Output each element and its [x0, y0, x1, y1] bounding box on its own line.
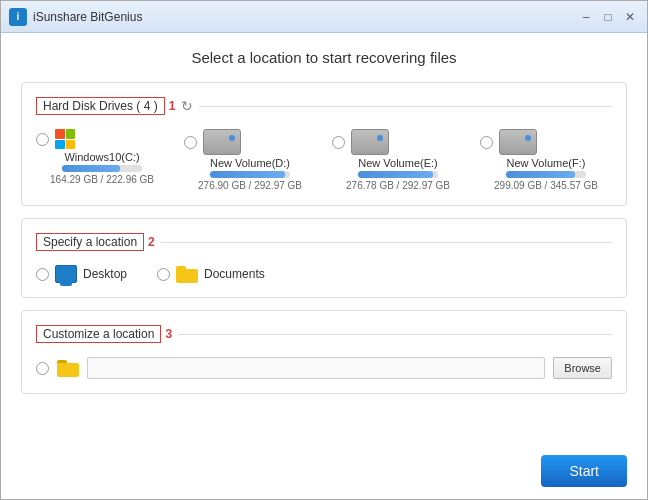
hard-disk-header: Hard Disk Drives ( 4 ) 1 ↻: [36, 97, 612, 115]
customize-location-section: Customize a location 3 Browse: [21, 310, 627, 394]
location-options: Desktop Documents: [36, 261, 612, 287]
hard-disk-number: 1: [169, 99, 176, 113]
desktop-option[interactable]: Desktop: [36, 265, 127, 283]
specify-location-section: Specify a location 2 Desktop Documents: [21, 218, 627, 298]
desktop-icon: [55, 265, 77, 283]
main-content: Select a location to start recovering fi…: [1, 33, 647, 447]
win-quad-yellow: [66, 140, 76, 150]
drive-d-label: New Volume(D:): [210, 157, 290, 169]
start-button[interactable]: Start: [541, 455, 627, 487]
section-divider: [199, 106, 612, 107]
hard-disk-label: Hard Disk Drives ( 4 ): [36, 97, 165, 115]
drive-d-radio[interactable]: [184, 136, 197, 149]
drive-d-icon-area: [203, 129, 241, 155]
close-button[interactable]: ✕: [621, 8, 639, 26]
hdd-light-f: [525, 135, 531, 141]
drive-c-size: 164.29 GB / 222.96 GB: [50, 174, 154, 185]
app-title: iSunshare BitGenius: [33, 10, 577, 24]
customize-row: Browse: [36, 353, 612, 383]
window-controls: – □ ✕: [577, 8, 639, 26]
minimize-button[interactable]: –: [577, 8, 595, 26]
app-window: i iSunshare BitGenius – □ ✕ Select a loc…: [0, 0, 648, 500]
customize-divider: [178, 334, 612, 335]
drive-e-fill: [358, 171, 433, 178]
customize-radio[interactable]: [36, 362, 49, 375]
customize-label: Customize a location: [36, 325, 161, 343]
specify-divider: [161, 242, 612, 243]
drive-d-size: 276.90 GB / 292.97 GB: [198, 180, 302, 191]
drive-f-label: New Volume(F:): [507, 157, 586, 169]
hdd-icon-d: [203, 129, 241, 155]
documents-label: Documents: [204, 267, 265, 281]
drive-e-progress: [358, 171, 438, 178]
win-quad-red: [55, 129, 65, 139]
hdd-icon-f: [499, 129, 537, 155]
drive-c[interactable]: Windows10(C:) 164.29 GB / 222.96 GB: [36, 129, 168, 191]
customize-folder-body: [57, 363, 79, 377]
customize-header: Customize a location 3: [36, 325, 612, 343]
drive-e-radio[interactable]: [332, 136, 345, 149]
drive-f-fill: [506, 171, 575, 178]
drive-f-radio[interactable]: [480, 136, 493, 149]
refresh-icon[interactable]: ↻: [181, 98, 193, 114]
win-quad-blue: [55, 140, 65, 150]
documents-folder-icon: [176, 266, 198, 283]
documents-option[interactable]: Documents: [157, 266, 265, 283]
page-title: Select a location to start recovering fi…: [21, 49, 627, 66]
drive-e-size: 276.78 GB / 292.97 GB: [346, 180, 450, 191]
maximize-button[interactable]: □: [599, 8, 617, 26]
drive-f-progress: [506, 171, 586, 178]
windows-icon: [55, 129, 75, 149]
drive-d[interactable]: New Volume(D:) 276.90 GB / 292.97 GB: [184, 129, 316, 191]
specify-label: Specify a location: [36, 233, 144, 251]
hdd-icon-e: [351, 129, 389, 155]
drive-e-icon-area: [351, 129, 389, 155]
win-quad-green: [66, 129, 76, 139]
specify-header: Specify a location 2: [36, 233, 612, 251]
drive-c-radio[interactable]: [36, 133, 49, 146]
drive-d-fill: [210, 171, 285, 178]
title-bar: i iSunshare BitGenius – □ ✕: [1, 1, 647, 33]
drives-row: Windows10(C:) 164.29 GB / 222.96 GB: [36, 125, 612, 195]
drive-f-icon-area: [499, 129, 537, 155]
drive-c-progress: [62, 165, 142, 172]
desktop-label: Desktop: [83, 267, 127, 281]
hard-disk-section: Hard Disk Drives ( 4 ) 1 ↻: [21, 82, 627, 206]
drive-c-label: Windows10(C:): [64, 151, 139, 163]
customize-number: 3: [165, 327, 172, 341]
drive-c-icon-area: [55, 129, 75, 149]
hdd-light-d: [229, 135, 235, 141]
app-icon: i: [9, 8, 27, 26]
drive-d-progress: [210, 171, 290, 178]
browse-button[interactable]: Browse: [553, 357, 612, 379]
documents-radio[interactable]: [157, 268, 170, 281]
drive-c-fill: [62, 165, 120, 172]
drive-e-label: New Volume(E:): [358, 157, 437, 169]
specify-number: 2: [148, 235, 155, 249]
drive-f[interactable]: New Volume(F:) 299.09 GB / 345.57 GB: [480, 129, 612, 191]
drive-e[interactable]: New Volume(E:) 276.78 GB / 292.97 GB: [332, 129, 464, 191]
customize-folder-icon: [57, 360, 79, 377]
folder-body: [176, 269, 198, 283]
desktop-radio[interactable]: [36, 268, 49, 281]
bottom-bar: Start: [1, 447, 647, 499]
drive-f-size: 299.09 GB / 345.57 GB: [494, 180, 598, 191]
hdd-light-e: [377, 135, 383, 141]
path-input[interactable]: [87, 357, 545, 379]
